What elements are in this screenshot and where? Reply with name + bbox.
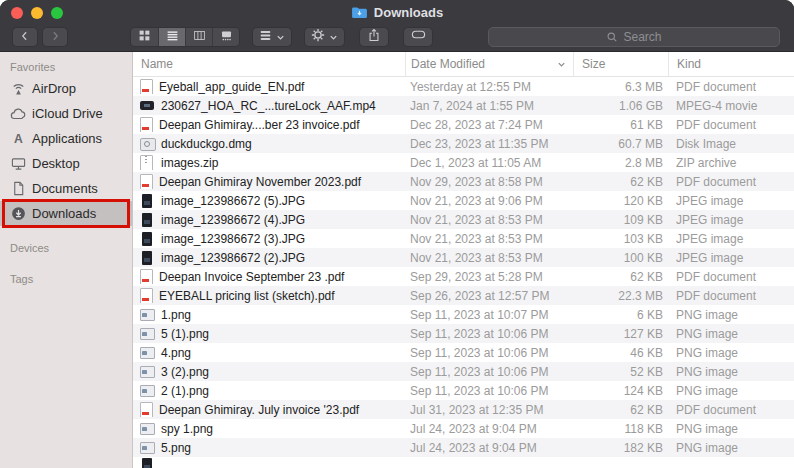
- table-row[interactable]: image_123986672 (3).JPGNov 21, 2023 at 8…: [133, 229, 794, 248]
- sidebar-item-label: AirDrop: [32, 81, 76, 96]
- table-row[interactable]: 5.pngJul 24, 2023 at 9:04 PM182 KBPNG im…: [133, 438, 794, 457]
- file-kind: PDF document: [668, 403, 794, 417]
- png-icon: [140, 364, 154, 379]
- table-row[interactable]: EYEBALL pricing list (sketch).pdfSep 26,…: [133, 286, 794, 305]
- column-header-name[interactable]: Name: [133, 52, 405, 76]
- search-icon: [606, 31, 618, 43]
- tag-icon: [411, 27, 426, 46]
- table-row[interactable]: Eyeball_app_guide_EN.pdfYesterday at 12:…: [133, 77, 794, 96]
- zip-icon: [140, 155, 154, 170]
- sidebar-item-label: Documents: [32, 181, 98, 196]
- action-menu-button[interactable]: [304, 27, 345, 47]
- share-button[interactable]: [359, 27, 389, 47]
- file-size: 6 KB: [573, 308, 668, 322]
- png-icon: [140, 440, 154, 455]
- close-button[interactable]: [11, 7, 23, 19]
- sidebar-item-airdrop[interactable]: AirDrop: [0, 76, 132, 101]
- table-row[interactable]: Deepan Ghimiray....ber 23 invoice.pdfDec…: [133, 115, 794, 134]
- file-kind: PNG image: [668, 327, 794, 341]
- file-date: Sep 11, 2023 at 10:07 PM: [405, 308, 573, 322]
- file-date: Dec 23, 2023 at 11:35 PM: [405, 137, 573, 151]
- file-kind: PDF document: [668, 270, 794, 284]
- back-button[interactable]: [12, 27, 38, 47]
- gallery-view-button[interactable]: [212, 28, 239, 46]
- file-date: Sep 29, 2023 at 5:28 PM: [405, 270, 573, 284]
- table-row[interactable]: Deepan Ghimiray November 2023.pdfNov 29,…: [133, 172, 794, 191]
- dmg-icon: [140, 136, 154, 151]
- jpg-icon: [140, 231, 154, 246]
- file-kind: PDF document: [668, 118, 794, 132]
- movie-icon: [140, 98, 154, 113]
- file-date: Sep 11, 2023 at 10:06 PM: [405, 384, 573, 398]
- file-size: 62 KB: [573, 270, 668, 284]
- file-size: 103 KB: [573, 232, 668, 246]
- minimize-button[interactable]: [31, 7, 43, 19]
- table-row[interactable]: [133, 457, 794, 468]
- group-by-button[interactable]: [252, 27, 292, 47]
- table-row[interactable]: images.zipDec 1, 2023 at 11:05 AM2.8 MBZ…: [133, 153, 794, 172]
- table-row[interactable]: 1.pngSep 11, 2023 at 10:07 PM6 KBPNG ima…: [133, 305, 794, 324]
- column-header-label: Date Modified: [411, 57, 485, 71]
- sidebar-item-icloud-drive[interactable]: iCloud Drive: [0, 101, 132, 126]
- table-row[interactable]: 5 (1).pngSep 11, 2023 at 10:06 PM127 KBP…: [133, 324, 794, 343]
- list-view-icon: [166, 28, 179, 46]
- column-header-date[interactable]: Date Modified: [405, 52, 573, 76]
- file-kind: JPEG image: [668, 232, 794, 246]
- file-date: Yesterday at 12:55 PM: [405, 80, 573, 94]
- file-kind: PDF document: [668, 175, 794, 189]
- search-field[interactable]: Search: [488, 27, 780, 47]
- file-date: Nov 21, 2023 at 8:53 PM: [405, 213, 573, 227]
- table-row[interactable]: image_123986672 (4).JPGNov 21, 2023 at 8…: [133, 210, 794, 229]
- file-name: spy 1.png: [161, 422, 213, 436]
- column-header-label: Kind: [677, 57, 701, 71]
- table-row[interactable]: 3 (2).pngSep 11, 2023 at 10:06 PM52 KBPN…: [133, 362, 794, 381]
- table-row[interactable]: image_123986672 (2).JPGNov 21, 2023 at 8…: [133, 248, 794, 267]
- gear-icon: [311, 28, 325, 46]
- finder-window: Downloads: [0, 0, 794, 468]
- png-icon: [140, 383, 154, 398]
- file-date: Nov 21, 2023 at 8:53 PM: [405, 232, 573, 246]
- sidebar-section-devices: Devices: [0, 239, 132, 257]
- sidebar-item-downloads[interactable]: Downloads: [0, 201, 132, 226]
- file-date: Sep 11, 2023 at 10:06 PM: [405, 327, 573, 341]
- table-row[interactable]: spy 1.pngJul 24, 2023 at 9:04 PM118 KBPN…: [133, 419, 794, 438]
- file-name: 5 (1).png: [161, 327, 209, 341]
- file-kind: PNG image: [668, 422, 794, 436]
- tag-button[interactable]: [403, 27, 433, 47]
- png-icon: [140, 307, 154, 322]
- file-kind: Disk Image: [668, 137, 794, 151]
- list-view-button[interactable]: [158, 28, 185, 46]
- list-header: NameDate ModifiedSizeKind: [133, 52, 794, 77]
- file-date: Jan 7, 2024 at 1:55 PM: [405, 99, 573, 113]
- file-kind: PNG image: [668, 308, 794, 322]
- png-icon: [140, 421, 154, 436]
- table-row[interactable]: image_123986672 (5).JPGNov 21, 2023 at 9…: [133, 191, 794, 210]
- sidebar-item-applications[interactable]: AApplications: [0, 126, 132, 151]
- chevron-down-icon: [329, 28, 338, 46]
- file-name-cell: image_123986672 (2).JPG: [133, 250, 405, 265]
- navigation-buttons: [12, 27, 68, 47]
- table-row[interactable]: Deepan Invoice September 23 .pdfSep 29, …: [133, 267, 794, 286]
- icon-view-button[interactable]: [131, 28, 158, 46]
- column-header-kind[interactable]: Kind: [668, 52, 794, 76]
- table-row[interactable]: 230627_HOA_RC_...tureLock_AAF.mp4Jan 7, …: [133, 96, 794, 115]
- table-row[interactable]: Deepan Ghimiray. July invoice '23.pdfJul…: [133, 400, 794, 419]
- table-row[interactable]: 2 (1).pngSep 11, 2023 at 10:06 PM124 KBP…: [133, 381, 794, 400]
- table-row[interactable]: duckduckgo.dmgDec 23, 2023 at 11:35 PM60…: [133, 134, 794, 153]
- column-view-button[interactable]: [185, 28, 212, 46]
- sidebar-item-desktop[interactable]: Desktop: [0, 151, 132, 176]
- sidebar-item-documents[interactable]: Documents: [0, 176, 132, 201]
- table-row[interactable]: 4.pngSep 11, 2023 at 10:06 PM46 KBPNG im…: [133, 343, 794, 362]
- file-kind: MPEG-4 movie: [668, 99, 794, 113]
- window-body: FavoritesAirDropiCloud DriveAApplication…: [0, 52, 794, 468]
- file-size: 6.3 MB: [573, 80, 668, 94]
- file-date: Sep 26, 2023 at 12:57 PM: [405, 289, 573, 303]
- column-header-size[interactable]: Size: [573, 52, 668, 76]
- forward-button[interactable]: [42, 27, 68, 47]
- zoom-button[interactable]: [51, 7, 63, 19]
- file-date: Jul 24, 2023 at 9:04 PM: [405, 441, 573, 455]
- sidebar-section-favorites: Favorites: [0, 58, 132, 76]
- file-date: Nov 21, 2023 at 8:53 PM: [405, 251, 573, 265]
- file-kind: PNG image: [668, 441, 794, 455]
- jpg-icon: [140, 193, 154, 208]
